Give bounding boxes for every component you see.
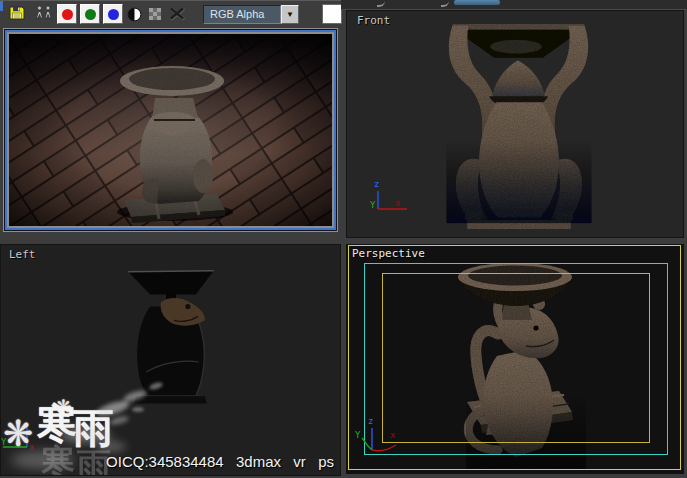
channel-dropdown-value: RGB Alpha xyxy=(203,5,281,24)
z-axis-label: z xyxy=(374,179,379,189)
statue-front xyxy=(446,24,591,229)
channel-display-dropdown[interactable]: RGB Alpha ▼ xyxy=(203,5,299,24)
selection-border xyxy=(5,30,336,230)
statue-left-silhouette xyxy=(128,271,213,404)
z-axis-label: z xyxy=(368,416,373,426)
rendered-image xyxy=(9,34,332,226)
clear-x-icon xyxy=(169,7,186,21)
monochrome-button[interactable] xyxy=(149,8,161,20)
viewport-left[interactable]: Left xyxy=(0,244,341,476)
clear-button[interactable] xyxy=(169,7,186,21)
save-bitmap-button[interactable] xyxy=(9,5,25,21)
red-channel-button[interactable] xyxy=(57,4,77,24)
red-channel-icon xyxy=(62,9,73,20)
3dsmax-workspace: RGB Alpha ▼ xyxy=(0,0,687,478)
clipped-ui-remnant xyxy=(377,1,385,7)
save-icon xyxy=(9,5,25,21)
axis-tripod: z Y x xyxy=(354,412,410,460)
x-axis-label: x xyxy=(390,430,396,440)
viewport-front[interactable]: Front xyxy=(346,10,684,238)
y-axis-label: Y xyxy=(1,437,7,447)
blue-channel-button[interactable] xyxy=(103,4,123,24)
clone-icon xyxy=(35,5,54,21)
x-axis-label: x xyxy=(395,198,401,208)
viewport-perspective-label[interactable]: Perspective xyxy=(352,247,425,260)
axis-tripod: Y x xyxy=(1,427,41,455)
monochrome-icon xyxy=(149,8,161,20)
viewport-left-label[interactable]: Left xyxy=(9,248,36,261)
chevron-down-icon[interactable]: ▼ xyxy=(281,5,299,24)
render-image-frame xyxy=(3,28,338,232)
background-color-swatch[interactable] xyxy=(322,4,342,24)
axis-tripod: z x Y xyxy=(369,177,417,217)
clipped-ui-strip xyxy=(341,0,687,10)
y-axis-label: Y xyxy=(370,200,376,210)
x-axis-label: x xyxy=(29,442,35,452)
alpha-channel-button[interactable] xyxy=(127,7,142,22)
green-channel-button[interactable] xyxy=(80,4,100,24)
alpha-channel-icon xyxy=(127,7,142,22)
image-inner-frame xyxy=(7,32,334,228)
y-axis-label: Y xyxy=(355,430,361,440)
left-statue-scene xyxy=(1,245,340,475)
clone-window-button[interactable] xyxy=(35,5,54,21)
statue-perspective xyxy=(458,263,586,469)
render-toolbar: RGB Alpha ▼ xyxy=(0,1,341,27)
clipped-ui-remnant xyxy=(441,1,449,7)
render-frame-window: RGB Alpha ▼ xyxy=(0,0,341,234)
viewport-perspective[interactable]: Perspective z Y x xyxy=(346,244,684,474)
clipped-ui-remnant xyxy=(454,0,500,5)
green-channel-icon xyxy=(85,9,96,20)
viewport-front-label[interactable]: Front xyxy=(357,14,390,27)
blue-channel-icon xyxy=(108,9,119,20)
